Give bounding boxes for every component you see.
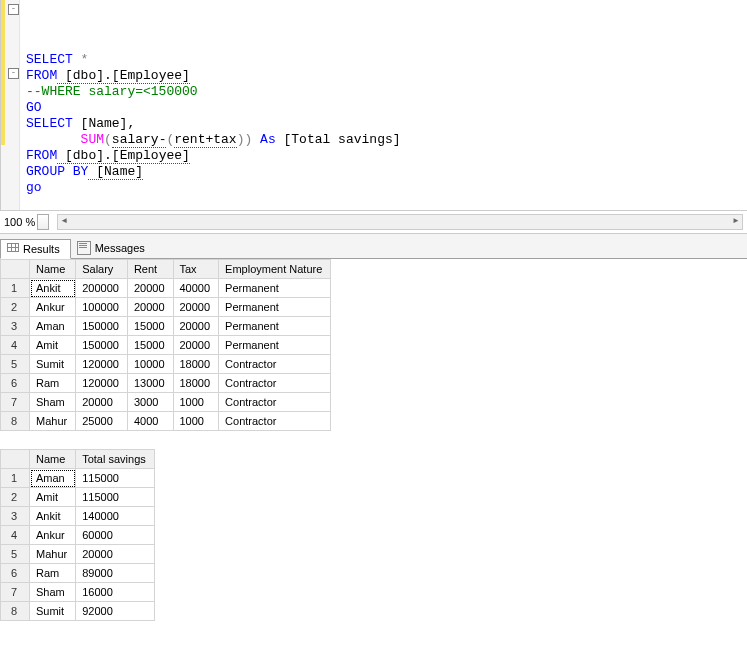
data-cell[interactable]: 20000 xyxy=(76,393,128,412)
col-header[interactable]: Employment Nature xyxy=(219,260,331,279)
data-cell[interactable]: Mahur xyxy=(30,545,76,564)
table-row[interactable]: 7Sham2000030001000Contractor xyxy=(1,393,331,412)
data-cell[interactable]: Contractor xyxy=(219,355,331,374)
fold-icon[interactable]: - xyxy=(8,68,19,79)
row-number-cell[interactable]: 7 xyxy=(1,393,30,412)
col-header[interactable]: Tax xyxy=(173,260,219,279)
data-cell[interactable]: 120000 xyxy=(76,374,128,393)
code-area[interactable]: - - SELECT * FROM [dbo].[Employee] --WHE… xyxy=(20,0,747,210)
table-row[interactable]: 6Ram1200001300018000Contractor xyxy=(1,374,331,393)
sql-editor[interactable]: - - SELECT * FROM [dbo].[Employee] --WHE… xyxy=(0,0,747,210)
data-cell[interactable]: 92000 xyxy=(76,602,155,621)
zoom-dropdown[interactable] xyxy=(37,214,49,230)
table-row[interactable]: 4Amit1500001500020000Permanent xyxy=(1,336,331,355)
data-cell[interactable]: 40000 xyxy=(173,279,219,298)
data-cell[interactable]: 115000 xyxy=(76,469,155,488)
data-cell[interactable]: 20000 xyxy=(173,317,219,336)
data-cell[interactable]: Sham xyxy=(30,583,76,602)
data-cell[interactable]: Mahur xyxy=(30,412,76,431)
row-number-cell[interactable]: 3 xyxy=(1,507,30,526)
data-cell[interactable]: Ram xyxy=(30,374,76,393)
data-cell[interactable]: Ankit xyxy=(30,507,76,526)
data-cell[interactable]: 60000 xyxy=(76,526,155,545)
data-cell[interactable]: 4000 xyxy=(127,412,173,431)
table-row[interactable]: 3Aman1500001500020000Permanent xyxy=(1,317,331,336)
data-cell[interactable]: 10000 xyxy=(127,355,173,374)
table-row[interactable]: 2Ankur1000002000020000Permanent xyxy=(1,298,331,317)
data-cell[interactable]: 100000 xyxy=(76,298,128,317)
data-cell[interactable]: 140000 xyxy=(76,507,155,526)
col-header[interactable]: Total savings xyxy=(76,450,155,469)
table-row[interactable]: 2Amit115000 xyxy=(1,488,155,507)
data-cell[interactable]: 20000 xyxy=(173,336,219,355)
table-row[interactable]: 8Sumit92000 xyxy=(1,602,155,621)
data-cell[interactable]: Permanent xyxy=(219,336,331,355)
data-cell[interactable]: Contractor xyxy=(219,412,331,431)
row-number-cell[interactable]: 1 xyxy=(1,469,30,488)
data-cell[interactable]: Ankur xyxy=(30,526,76,545)
fold-icon[interactable]: - xyxy=(8,4,19,15)
data-cell[interactable]: 200000 xyxy=(76,279,128,298)
row-number-cell[interactable]: 5 xyxy=(1,355,30,374)
data-cell[interactable]: Permanent xyxy=(219,317,331,336)
data-cell[interactable]: 20000 xyxy=(127,279,173,298)
col-header[interactable]: Rent xyxy=(127,260,173,279)
data-cell[interactable]: 120000 xyxy=(76,355,128,374)
data-cell[interactable]: 3000 xyxy=(127,393,173,412)
horizontal-scrollbar[interactable] xyxy=(57,214,743,230)
row-number-cell[interactable]: 3 xyxy=(1,317,30,336)
row-number-cell[interactable]: 6 xyxy=(1,374,30,393)
table-row[interactable]: 1Aman115000 xyxy=(1,469,155,488)
table-row[interactable]: 6Ram89000 xyxy=(1,564,155,583)
data-cell[interactable]: 115000 xyxy=(76,488,155,507)
table-row[interactable]: 5Sumit1200001000018000Contractor xyxy=(1,355,331,374)
row-number-cell[interactable]: 4 xyxy=(1,336,30,355)
data-cell[interactable]: Contractor xyxy=(219,393,331,412)
table-row[interactable]: 5Mahur20000 xyxy=(1,545,155,564)
data-cell[interactable]: 150000 xyxy=(76,336,128,355)
row-number-cell[interactable]: 2 xyxy=(1,298,30,317)
row-number-cell[interactable]: 6 xyxy=(1,564,30,583)
data-cell[interactable]: 150000 xyxy=(76,317,128,336)
table-row[interactable]: 1Ankit2000002000040000Permanent xyxy=(1,279,331,298)
table-row[interactable]: 8Mahur2500040001000Contractor xyxy=(1,412,331,431)
data-cell[interactable]: Sumit xyxy=(30,602,76,621)
row-number-cell[interactable]: 2 xyxy=(1,488,30,507)
col-header[interactable]: Name xyxy=(30,450,76,469)
row-number-cell[interactable]: 7 xyxy=(1,583,30,602)
row-number-cell[interactable]: 1 xyxy=(1,279,30,298)
table-row[interactable]: 4Ankur60000 xyxy=(1,526,155,545)
result-table[interactable]: Name Salary Rent Tax Employment Nature 1… xyxy=(0,259,331,431)
data-cell[interactable]: Ankur xyxy=(30,298,76,317)
data-cell[interactable]: 15000 xyxy=(127,317,173,336)
data-cell[interactable]: 1000 xyxy=(173,393,219,412)
row-number-cell[interactable]: 5 xyxy=(1,545,30,564)
data-cell[interactable]: Amit xyxy=(30,488,76,507)
col-header[interactable]: Salary xyxy=(76,260,128,279)
table-row[interactable]: 3Ankit140000 xyxy=(1,507,155,526)
data-cell[interactable]: 18000 xyxy=(173,355,219,374)
data-cell[interactable]: 89000 xyxy=(76,564,155,583)
data-cell[interactable]: Amit xyxy=(30,336,76,355)
data-cell[interactable]: Permanent xyxy=(219,279,331,298)
data-cell[interactable]: 15000 xyxy=(127,336,173,355)
row-number-cell[interactable]: 8 xyxy=(1,412,30,431)
data-cell[interactable]: 18000 xyxy=(173,374,219,393)
data-cell[interactable]: Aman xyxy=(30,469,76,488)
result-table[interactable]: Name Total savings 1Aman1150002Amit11500… xyxy=(0,449,155,621)
data-cell[interactable]: Ankit xyxy=(30,279,76,298)
data-cell[interactable]: Aman xyxy=(30,317,76,336)
data-cell[interactable]: 20000 xyxy=(127,298,173,317)
table-row[interactable]: 7Sham16000 xyxy=(1,583,155,602)
col-header[interactable]: Name xyxy=(30,260,76,279)
tab-results[interactable]: Results xyxy=(0,239,71,259)
data-cell[interactable]: 1000 xyxy=(173,412,219,431)
data-cell[interactable]: 20000 xyxy=(76,545,155,564)
data-cell[interactable]: 16000 xyxy=(76,583,155,602)
row-number-cell[interactable]: 8 xyxy=(1,602,30,621)
data-cell[interactable]: 25000 xyxy=(76,412,128,431)
tab-messages[interactable]: Messages xyxy=(71,238,155,258)
data-cell[interactable]: 13000 xyxy=(127,374,173,393)
data-cell[interactable]: Contractor xyxy=(219,374,331,393)
data-cell[interactable]: Sumit xyxy=(30,355,76,374)
